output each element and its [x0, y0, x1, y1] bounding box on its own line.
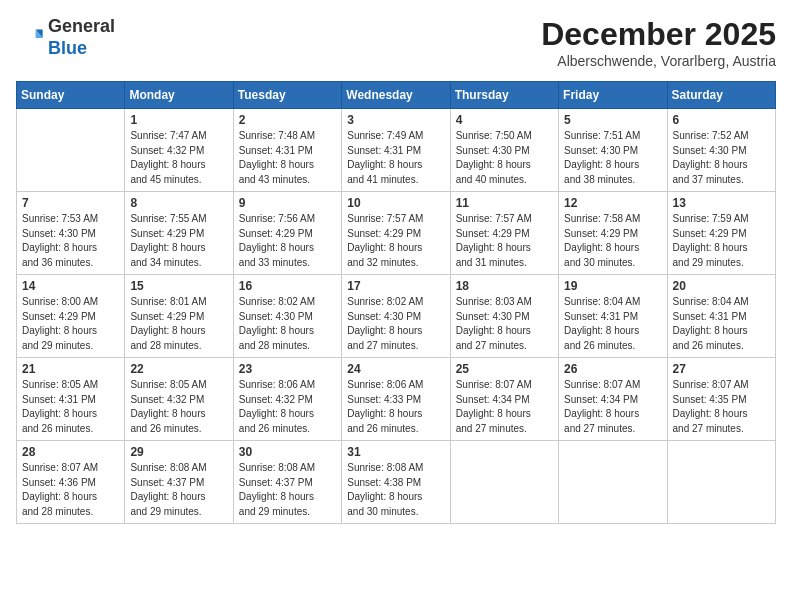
day-cell: 22Sunrise: 8:05 AMSunset: 4:32 PMDayligh… — [125, 358, 233, 441]
day-info: Sunrise: 8:03 AMSunset: 4:30 PMDaylight:… — [456, 295, 553, 353]
day-number: 9 — [239, 196, 336, 210]
day-cell: 2Sunrise: 7:48 AMSunset: 4:31 PMDaylight… — [233, 109, 341, 192]
day-info: Sunrise: 8:01 AMSunset: 4:29 PMDaylight:… — [130, 295, 227, 353]
day-cell: 18Sunrise: 8:03 AMSunset: 4:30 PMDayligh… — [450, 275, 558, 358]
day-cell: 7Sunrise: 7:53 AMSunset: 4:30 PMDaylight… — [17, 192, 125, 275]
day-info: Sunrise: 8:08 AMSunset: 4:38 PMDaylight:… — [347, 461, 444, 519]
day-cell — [559, 441, 667, 524]
day-cell: 29Sunrise: 8:08 AMSunset: 4:37 PMDayligh… — [125, 441, 233, 524]
day-cell: 17Sunrise: 8:02 AMSunset: 4:30 PMDayligh… — [342, 275, 450, 358]
week-row-1: 1Sunrise: 7:47 AMSunset: 4:32 PMDaylight… — [17, 109, 776, 192]
day-number: 29 — [130, 445, 227, 459]
day-number: 30 — [239, 445, 336, 459]
day-number: 13 — [673, 196, 770, 210]
day-info: Sunrise: 7:50 AMSunset: 4:30 PMDaylight:… — [456, 129, 553, 187]
day-info: Sunrise: 8:08 AMSunset: 4:37 PMDaylight:… — [239, 461, 336, 519]
day-info: Sunrise: 7:58 AMSunset: 4:29 PMDaylight:… — [564, 212, 661, 270]
day-cell: 19Sunrise: 8:04 AMSunset: 4:31 PMDayligh… — [559, 275, 667, 358]
day-cell: 1Sunrise: 7:47 AMSunset: 4:32 PMDaylight… — [125, 109, 233, 192]
day-info: Sunrise: 8:02 AMSunset: 4:30 PMDaylight:… — [347, 295, 444, 353]
day-number: 27 — [673, 362, 770, 376]
calendar-body: 1Sunrise: 7:47 AMSunset: 4:32 PMDaylight… — [17, 109, 776, 524]
day-number: 6 — [673, 113, 770, 127]
day-info: Sunrise: 8:07 AMSunset: 4:35 PMDaylight:… — [673, 378, 770, 436]
day-cell: 27Sunrise: 8:07 AMSunset: 4:35 PMDayligh… — [667, 358, 775, 441]
day-cell: 20Sunrise: 8:04 AMSunset: 4:31 PMDayligh… — [667, 275, 775, 358]
day-number: 11 — [456, 196, 553, 210]
day-cell: 16Sunrise: 8:02 AMSunset: 4:30 PMDayligh… — [233, 275, 341, 358]
day-number: 31 — [347, 445, 444, 459]
day-info: Sunrise: 8:04 AMSunset: 4:31 PMDaylight:… — [673, 295, 770, 353]
day-cell: 3Sunrise: 7:49 AMSunset: 4:31 PMDaylight… — [342, 109, 450, 192]
day-info: Sunrise: 8:08 AMSunset: 4:37 PMDaylight:… — [130, 461, 227, 519]
day-number: 28 — [22, 445, 119, 459]
day-info: Sunrise: 8:07 AMSunset: 4:36 PMDaylight:… — [22, 461, 119, 519]
day-number: 23 — [239, 362, 336, 376]
day-cell — [450, 441, 558, 524]
day-info: Sunrise: 7:59 AMSunset: 4:29 PMDaylight:… — [673, 212, 770, 270]
day-cell: 6Sunrise: 7:52 AMSunset: 4:30 PMDaylight… — [667, 109, 775, 192]
day-info: Sunrise: 7:48 AMSunset: 4:31 PMDaylight:… — [239, 129, 336, 187]
logo-icon — [16, 24, 44, 52]
day-number: 2 — [239, 113, 336, 127]
day-cell: 26Sunrise: 8:07 AMSunset: 4:34 PMDayligh… — [559, 358, 667, 441]
logo-general: General — [48, 16, 115, 36]
day-cell: 21Sunrise: 8:05 AMSunset: 4:31 PMDayligh… — [17, 358, 125, 441]
day-cell — [667, 441, 775, 524]
week-row-5: 28Sunrise: 8:07 AMSunset: 4:36 PMDayligh… — [17, 441, 776, 524]
week-row-2: 7Sunrise: 7:53 AMSunset: 4:30 PMDaylight… — [17, 192, 776, 275]
day-number: 25 — [456, 362, 553, 376]
day-cell — [17, 109, 125, 192]
day-number: 10 — [347, 196, 444, 210]
day-number: 3 — [347, 113, 444, 127]
day-info: Sunrise: 8:02 AMSunset: 4:30 PMDaylight:… — [239, 295, 336, 353]
day-cell: 23Sunrise: 8:06 AMSunset: 4:32 PMDayligh… — [233, 358, 341, 441]
day-info: Sunrise: 8:00 AMSunset: 4:29 PMDaylight:… — [22, 295, 119, 353]
weekday-header-sunday: Sunday — [17, 82, 125, 109]
day-number: 26 — [564, 362, 661, 376]
weekday-row: SundayMondayTuesdayWednesdayThursdayFrid… — [17, 82, 776, 109]
calendar-table: SundayMondayTuesdayWednesdayThursdayFrid… — [16, 81, 776, 524]
day-cell: 14Sunrise: 8:00 AMSunset: 4:29 PMDayligh… — [17, 275, 125, 358]
weekday-header-friday: Friday — [559, 82, 667, 109]
day-info: Sunrise: 7:55 AMSunset: 4:29 PMDaylight:… — [130, 212, 227, 270]
day-number: 21 — [22, 362, 119, 376]
day-number: 15 — [130, 279, 227, 293]
day-number: 16 — [239, 279, 336, 293]
day-cell: 25Sunrise: 8:07 AMSunset: 4:34 PMDayligh… — [450, 358, 558, 441]
weekday-header-wednesday: Wednesday — [342, 82, 450, 109]
day-info: Sunrise: 7:57 AMSunset: 4:29 PMDaylight:… — [347, 212, 444, 270]
day-cell: 10Sunrise: 7:57 AMSunset: 4:29 PMDayligh… — [342, 192, 450, 275]
day-info: Sunrise: 7:56 AMSunset: 4:29 PMDaylight:… — [239, 212, 336, 270]
day-cell: 9Sunrise: 7:56 AMSunset: 4:29 PMDaylight… — [233, 192, 341, 275]
day-number: 1 — [130, 113, 227, 127]
day-number: 5 — [564, 113, 661, 127]
day-info: Sunrise: 8:05 AMSunset: 4:31 PMDaylight:… — [22, 378, 119, 436]
day-cell: 8Sunrise: 7:55 AMSunset: 4:29 PMDaylight… — [125, 192, 233, 275]
day-cell: 31Sunrise: 8:08 AMSunset: 4:38 PMDayligh… — [342, 441, 450, 524]
logo-blue: Blue — [48, 38, 87, 58]
day-cell: 11Sunrise: 7:57 AMSunset: 4:29 PMDayligh… — [450, 192, 558, 275]
day-info: Sunrise: 8:07 AMSunset: 4:34 PMDaylight:… — [564, 378, 661, 436]
weekday-header-tuesday: Tuesday — [233, 82, 341, 109]
month-title: December 2025 — [541, 16, 776, 53]
weekday-header-monday: Monday — [125, 82, 233, 109]
day-cell: 4Sunrise: 7:50 AMSunset: 4:30 PMDaylight… — [450, 109, 558, 192]
day-cell: 5Sunrise: 7:51 AMSunset: 4:30 PMDaylight… — [559, 109, 667, 192]
day-number: 14 — [22, 279, 119, 293]
day-info: Sunrise: 7:47 AMSunset: 4:32 PMDaylight:… — [130, 129, 227, 187]
day-cell: 24Sunrise: 8:06 AMSunset: 4:33 PMDayligh… — [342, 358, 450, 441]
weekday-header-thursday: Thursday — [450, 82, 558, 109]
day-info: Sunrise: 7:52 AMSunset: 4:30 PMDaylight:… — [673, 129, 770, 187]
day-cell: 28Sunrise: 8:07 AMSunset: 4:36 PMDayligh… — [17, 441, 125, 524]
day-number: 20 — [673, 279, 770, 293]
calendar-header: SundayMondayTuesdayWednesdayThursdayFrid… — [17, 82, 776, 109]
day-number: 8 — [130, 196, 227, 210]
day-number: 17 — [347, 279, 444, 293]
day-number: 19 — [564, 279, 661, 293]
day-number: 18 — [456, 279, 553, 293]
day-info: Sunrise: 8:07 AMSunset: 4:34 PMDaylight:… — [456, 378, 553, 436]
logo-text: General Blue — [48, 16, 115, 59]
day-number: 7 — [22, 196, 119, 210]
day-number: 12 — [564, 196, 661, 210]
